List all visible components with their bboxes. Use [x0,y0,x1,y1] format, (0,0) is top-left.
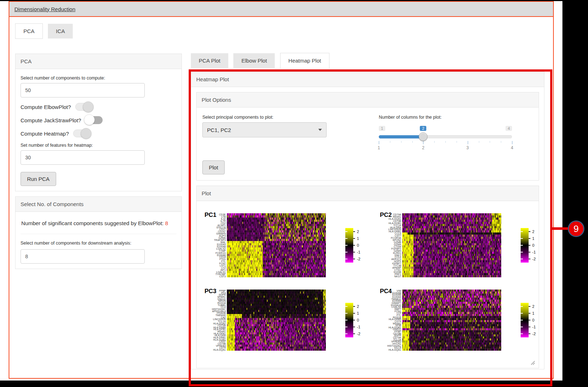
elbowplot-toggle-row: Compute ElbowPlot? [21,103,176,111]
pc3-title: PC3 [205,288,216,295]
colorbar-tick-label: -1 [357,250,360,254]
app-header: Dimensionality Reduction [9,2,553,17]
features-label: Set number of features for heatmap: [21,143,176,148]
heatmap-grid: PC1 CD3ELTBIL32IL7RCD2ACAP1STK17ACD27CD2… [202,206,534,363]
columns-slider-label: Number of columns for the plot: [379,115,512,120]
heatmap-toggle-row: Compute Heatmap? [21,129,176,137]
heatmap-plot-panel-title: Heatmap Plot [191,72,544,87]
components-input[interactable]: 50 [21,83,145,97]
plot-output-panel: Plot PC1 CD3ELTBIL32IL7RCD2ACAP1STK17ACD… [196,186,539,368]
toggle-knob [81,128,91,139]
plot-tabbar: PCA Plot Elbow Plot Heatmap Plot [191,53,333,69]
colorbar-tick-label: 2 [357,304,359,309]
slider-max-badge: 4 [506,126,512,131]
heatmap-pc3: PC3 PPBPPF4SDPRSPARCGNG11NRGNRGS18TUBB1C… [205,290,371,351]
colorbar-tick-label: 1 [532,236,534,241]
page-title[interactable]: Dimensionality Reduction [14,6,75,12]
suggestion-text: Number of significant components suggest… [21,217,176,227]
colorbar-tick-label: -2 [357,257,360,261]
colorbar-tick-label: -1 [532,250,536,254]
pc2-title: PC2 [380,211,392,219]
colorbar-tick-label: -2 [532,257,536,261]
plot-output-title: Plot [197,186,539,201]
colorbar-pc3: 210-1-2 [345,303,371,337]
colorbar-tick-label: 2 [532,304,534,309]
colorbar-tick-label: 1 [357,311,359,315]
frame-bottom [0,381,588,387]
plot-options-title: Plot Options [197,92,539,108]
plot-options-panel: Plot Options Select principal components… [196,92,539,181]
colorbar-pc4: 210-1-2 [521,303,547,337]
heatmap-toggle-label: Compute Heatmap? [21,131,69,137]
colorbar-pc1: 210-1-2 [345,228,371,263]
components-panel-title: Select No. of Components [15,197,181,212]
heatmap-canvas-pc3 [227,290,326,351]
slider-tick-labels: 1234 [379,145,512,150]
screen: Dimensionality Reduction PCA ICA PCA Sel… [0,0,588,387]
colorbar-tick-label: 2 [357,229,359,234]
downstream-input[interactable]: 8 [21,249,145,264]
plot-button[interactable]: Plot [202,160,225,174]
elbowplot-toggle[interactable] [75,103,93,111]
heatmap-canvas-pc1 [227,213,326,277]
app-window: Dimensionality Reduction PCA ICA PCA Sel… [9,1,554,379]
colorbar-tick-label: 1 [357,236,359,241]
gene-labels-pc4: PC4 VIMS100A8S100A6S100A4TMSB10S100A9GIM… [381,290,402,351]
toggle-knob [84,114,95,125]
pc-select-dropdown[interactable]: PC1, PC2 [202,122,327,137]
colorbar-tick-label: -2 [532,332,536,336]
slider-value-badge: 2 [420,126,426,131]
chevron-down-icon [318,129,322,131]
resize-grip-icon[interactable] [530,360,535,365]
columns-slider: 1 2 4 1234 [379,122,512,150]
heatmap-toggle[interactable] [73,129,90,137]
slider-handle[interactable] [419,132,427,141]
slider-min-badge: 1 [379,126,385,131]
tab-pca-plot[interactable]: PCA Plot [191,53,228,68]
slider-grid [379,141,512,145]
heatmap-canvas-pc4 [402,290,501,351]
jackstraw-toggle-row: Compute JackStrawPlot? [21,116,176,124]
colorbar-pc2: 210-1-2 [521,228,547,263]
pc1-title: PC1 [205,211,216,219]
gene-labels-pc2: PC2 CD79AMS4A1HLA-DQA1CD79BHLA-DQB1TCL1A… [381,213,402,277]
gene-label: HLA-DQA1 [381,349,401,351]
colorbar-tick-label: -1 [357,325,360,329]
heatmap-pc4: PC4 VIMS100A8S100A6S100A4TMSB10S100A9GIM… [381,290,547,351]
features-input[interactable]: 30 [21,150,145,165]
pca-panel-title: PCA [15,54,181,69]
gene-labels-pc1: PC1 CD3ELTBIL32IL7RCD2ACAP1STK17ACD27CD2… [205,213,227,277]
tab-pca[interactable]: PCA [15,23,43,39]
jackstraw-toggle-label: Compute JackStrawPlot? [21,117,81,123]
frame-right [562,0,588,387]
suggestion-value: 8 [165,220,168,226]
colorbar-tick-label: 0 [357,318,359,322]
tab-ica[interactable]: ICA [48,24,73,38]
jackstraw-toggle[interactable] [85,116,103,124]
colorbar-tick-label: 1 [532,311,534,315]
gene-label: NKG7 [381,275,401,277]
heatmap-plot-panel: Heatmap Plot Plot Options Select princip… [191,72,544,369]
method-tabbar: PCA ICA [15,23,76,39]
left-column: PCA Select number of components to compu… [15,54,182,269]
heatmap-canvas-pc2 [402,213,501,277]
colorbar-tick-label: -1 [532,325,536,329]
colorbar-tick-label: -2 [357,332,360,336]
elbowplot-toggle-label: Compute ElbowPlot? [21,104,71,110]
tab-heatmap-plot[interactable]: Heatmap Plot [280,53,329,69]
tab-elbow-plot[interactable]: Elbow Plot [233,53,275,68]
pc4-title: PC4 [380,288,392,295]
gene-label: HLA-DQA1 [205,349,226,351]
annotation-callout-line [552,227,568,230]
annotation-number-badge: 9 [568,220,584,237]
frame-top [0,0,588,1]
run-pca-button[interactable]: Run PCA [21,172,56,186]
pc-select-label: Select principal components to plot: [202,115,339,120]
colorbar-tick-label: 0 [532,243,534,247]
components-label: Select number of components to compute: [21,76,176,81]
gene-labels-pc3: PC3 PPBPPF4SDPRSPARCGNG11NRGNRGS18TUBB1C… [205,290,227,351]
pc-select-value: PC1, PC2 [207,127,231,133]
components-select-panel: Select No. of Components Number of signi… [15,196,182,269]
toggle-knob [83,101,94,112]
colorbar-tick-label: 0 [357,243,359,247]
